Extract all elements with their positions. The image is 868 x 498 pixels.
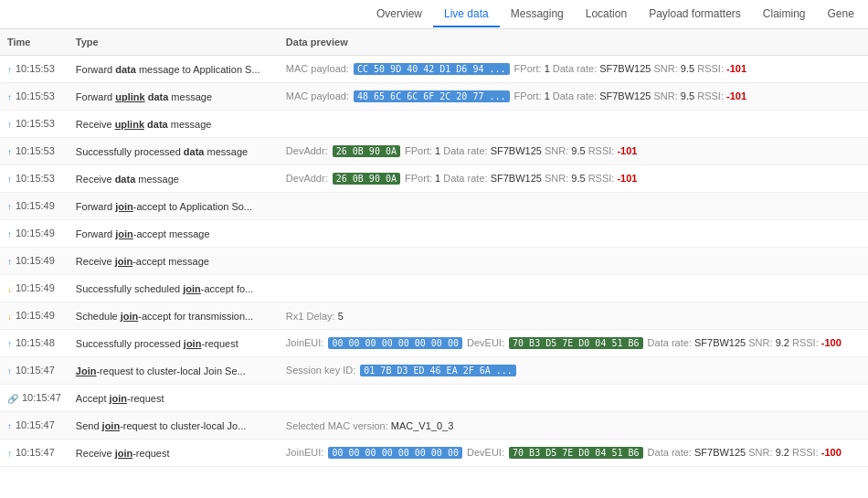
cell-type: Successfully scheduled join-accept fo... (69, 275, 279, 302)
cell-preview (279, 248, 868, 275)
cell-type: Receive join-request (69, 440, 279, 467)
table-row[interactable]: ↑10:15:53 Forward data message to Applic… (0, 56, 868, 83)
cell-time: ↑10:15:53 (0, 138, 69, 165)
arrow-up-icon: ↑ (7, 229, 12, 239)
tab-messaging[interactable]: Messaging (500, 2, 575, 27)
table-row[interactable]: ↓10:15:49 Successfully scheduled join-ac… (0, 275, 868, 302)
cell-type: Send join-request to cluster-local Jo... (69, 412, 279, 440)
live-data-table: Time Type Data preview ↑10:15:53 Forward… (0, 29, 868, 467)
table-row[interactable]: ↑10:15:49 Forward join-accept message (0, 220, 868, 248)
cell-type: Forward data message to Application S... (69, 56, 279, 83)
table-row[interactable]: ↑10:15:47 Receive join-request JoinEUI: … (0, 440, 868, 467)
table-row[interactable]: ↑10:15:47 Join-request to cluster-local … (0, 357, 868, 385)
nav-tabs: Overview Live data Messaging Location Pa… (0, 0, 868, 29)
cell-type: Forward uplink data message (69, 83, 279, 111)
table-row[interactable]: ↑10:15:53 Successfully processed data me… (0, 138, 868, 165)
cell-time: ↑10:15:49 (0, 248, 69, 275)
cell-time: ↑10:15:47 (0, 440, 69, 467)
cell-preview: Rx1 Delay: 5 (279, 302, 868, 330)
cell-type: Receive join-accept message (69, 248, 279, 275)
cell-type: Accept join-request (69, 385, 279, 412)
table-row[interactable]: ↑10:15:49 Receive join-accept message (0, 248, 868, 275)
cell-type: Join-request to cluster-local Join Se... (69, 357, 279, 385)
arrow-up-icon: ↑ (7, 65, 12, 75)
table-row[interactable]: ↑10:15:48 Successfully processed join-re… (0, 330, 868, 357)
cell-time: ↓10:15:49 (0, 302, 69, 330)
cell-time: ↑10:15:53 (0, 165, 69, 193)
cell-time: ↑10:15:47 (0, 412, 69, 440)
cell-preview (279, 193, 868, 220)
arrow-up-icon: ↑ (7, 366, 12, 376)
cell-time: ↑10:15:53 (0, 83, 69, 111)
table-row[interactable]: ↑10:15:53 Receive data message DevAddr: … (0, 165, 868, 193)
cell-type: Schedule join-accept for transmission... (69, 302, 279, 330)
table-row[interactable]: ↑10:15:53 Receive uplink data message (0, 111, 868, 138)
table-row[interactable]: 🔗10:15:47 Accept join-request (0, 385, 868, 412)
cell-type: Receive data message (69, 165, 279, 193)
cell-time: ↑10:15:53 (0, 56, 69, 83)
tab-live-data[interactable]: Live data (433, 2, 500, 27)
cell-preview (279, 220, 868, 248)
cell-type: Successfully processed join-request (69, 330, 279, 357)
arrow-up-icon: ↑ (7, 92, 12, 102)
arrow-up-icon: ↑ (7, 175, 12, 185)
cell-preview: JoinEUI: 00 00 00 00 00 00 00 00 DevEUI:… (279, 330, 868, 357)
col-preview-header: Data preview (279, 29, 868, 56)
cell-preview: MAC payload: CC 50 9D 40 42 D1 D6 94 ...… (279, 56, 868, 83)
arrow-up-icon: ↑ (7, 449, 12, 459)
arrow-up-icon: ↑ (7, 339, 12, 349)
cell-preview (279, 385, 868, 412)
arrow-up-icon: ↑ (7, 421, 12, 431)
cell-type: Forward join-accept message (69, 220, 279, 248)
tab-payload-formatters[interactable]: Payload formatters (638, 2, 752, 27)
cell-time: 🔗10:15:47 (0, 385, 69, 412)
cell-type: Forward join-accept to Application So... (69, 193, 279, 220)
cell-preview (279, 275, 868, 302)
table-header-row: Time Type Data preview (0, 29, 868, 56)
cell-preview: DevAddr: 26 0B 90 0A FPort: 1 Data rate:… (279, 138, 868, 165)
tab-claiming[interactable]: Claiming (752, 2, 817, 27)
cell-time: ↑10:15:49 (0, 193, 69, 220)
cell-preview: MAC payload: 48 65 6C 6C 6F 2C 20 77 ...… (279, 83, 868, 111)
cell-type: Receive uplink data message (69, 111, 279, 138)
cell-preview: Session key ID: 01 7B D3 ED 46 EA 2F 6A … (279, 357, 868, 385)
arrow-up-icon: ↑ (7, 257, 12, 267)
cell-preview: JoinEUI: 00 00 00 00 00 00 00 00 DevEUI:… (279, 440, 868, 467)
cell-time: ↑10:15:49 (0, 220, 69, 248)
cell-type: Successfully processed data message (69, 138, 279, 165)
arrow-down-icon: ↓ (7, 312, 12, 322)
table-row[interactable]: ↑10:15:53 Forward uplink data message MA… (0, 83, 868, 111)
table-row[interactable]: ↑10:15:47 Send join-request to cluster-l… (0, 412, 868, 440)
tab-overview[interactable]: Overview (365, 2, 433, 27)
tab-gene[interactable]: Gene (817, 2, 865, 27)
cell-preview: DevAddr: 26 0B 90 0A FPort: 1 Data rate:… (279, 165, 868, 193)
link-icon: 🔗 (7, 394, 18, 404)
cell-preview: Selected MAC version: MAC_V1_0_3 (279, 412, 868, 440)
table-row[interactable]: ↓10:15:49 Schedule join-accept for trans… (0, 302, 868, 330)
cell-time: ↓10:15:49 (0, 275, 69, 302)
col-type-header: Type (69, 29, 279, 56)
cell-preview (279, 111, 868, 138)
table-row[interactable]: ↑10:15:49 Forward join-accept to Applica… (0, 193, 868, 220)
cell-time: ↑10:15:53 (0, 111, 69, 138)
arrow-up-icon: ↑ (7, 120, 12, 130)
arrow-down-icon: ↓ (7, 284, 12, 294)
col-time-header: Time (0, 29, 69, 56)
arrow-up-icon: ↑ (7, 147, 12, 157)
tab-location[interactable]: Location (575, 2, 638, 27)
cell-time: ↑10:15:48 (0, 330, 69, 357)
arrow-up-icon: ↑ (7, 202, 12, 212)
cell-time: ↑10:15:47 (0, 357, 69, 385)
